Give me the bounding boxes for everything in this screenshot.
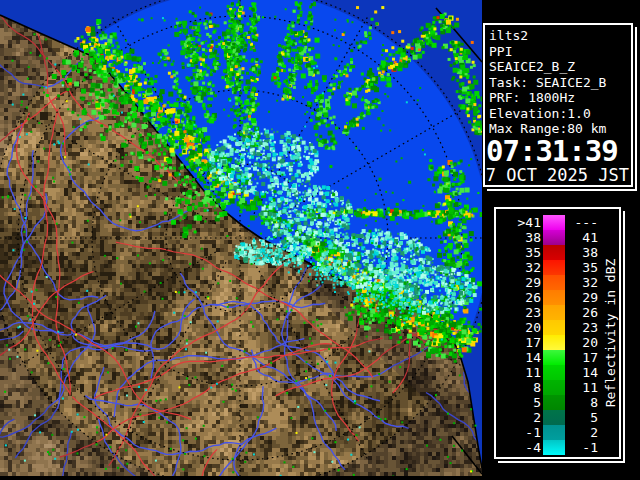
legend-color-swatch (543, 260, 565, 275)
legend-upper-bound: 38 (565, 245, 598, 260)
legend-upper-bound: 5 (565, 410, 598, 425)
clock-date: 7 OCT 2025 JST (485, 166, 631, 184)
legend-row: 58 (501, 395, 598, 410)
info-line: Task: SEAICE2_B (489, 75, 631, 91)
legend-row: 2932 (501, 275, 598, 290)
legend-upper-bound: -1 (565, 440, 598, 455)
legend-lower-bound: 8 (501, 380, 541, 395)
info-lines: ilts2PPISEAICE2_B_ZTask: SEAICE2_BPRF: 1… (485, 25, 631, 137)
legend-upper-bound: 32 (565, 275, 598, 290)
legend-lower-bound: 35 (501, 245, 541, 260)
radar-app-window: ilts2PPISEAICE2_B_ZTask: SEAICE2_BPRF: 1… (0, 0, 640, 480)
legend-row: 3538 (501, 245, 598, 260)
info-line: SEAICE2_B_Z (489, 59, 631, 75)
legend-lower-bound: 23 (501, 305, 541, 320)
legend-color-swatch (543, 365, 565, 380)
legend-color-swatch (543, 275, 565, 290)
legend-color-swatch (543, 440, 565, 455)
legend-color-swatch (543, 215, 565, 230)
legend-color-swatch (543, 425, 565, 440)
legend-upper-bound: 23 (565, 320, 598, 335)
legend-row: 3841 (501, 230, 598, 245)
legend-color-swatch (543, 320, 565, 335)
legend-upper-bound: 17 (565, 350, 598, 365)
legend-row: 3235 (501, 260, 598, 275)
legend-lower-bound: 29 (501, 275, 541, 290)
legend-lower-bound: >41 (501, 215, 541, 230)
legend-color-swatch (543, 395, 565, 410)
legend-row: 1417 (501, 350, 598, 365)
info-line: PPI (489, 44, 631, 60)
legend-upper-bound: 29 (565, 290, 598, 305)
legend-color-swatch (543, 305, 565, 320)
legend-color-swatch (543, 290, 565, 305)
legend-row: -4-1 (501, 440, 598, 455)
legend-rows: >41---3841353832352932262923262023172014… (501, 215, 598, 455)
legend-row: 25 (501, 410, 598, 425)
reflectivity-legend-panel: >41---3841353832352932262923262023172014… (494, 207, 621, 459)
legend-color-swatch (543, 335, 565, 350)
legend-lower-bound: 17 (501, 335, 541, 350)
legend-lower-bound: 2 (501, 410, 541, 425)
legend-row: 1114 (501, 365, 598, 380)
legend-lower-bound: 11 (501, 365, 541, 380)
legend-color-swatch (543, 245, 565, 260)
legend-color-swatch (543, 410, 565, 425)
legend-lower-bound: 32 (501, 260, 541, 275)
legend-color-swatch (543, 230, 565, 245)
legend-color-swatch (543, 350, 565, 365)
legend-upper-bound: 8 (565, 395, 598, 410)
legend-row: >41--- (501, 215, 598, 230)
legend-upper-bound: 26 (565, 305, 598, 320)
legend-upper-bound: 11 (565, 380, 598, 395)
info-panel: ilts2PPISEAICE2_B_ZTask: SEAICE2_BPRF: 1… (483, 23, 633, 187)
clock-time: 07:31:39 (485, 137, 631, 166)
legend-lower-bound: 20 (501, 320, 541, 335)
legend-upper-bound: 2 (565, 425, 598, 440)
legend-upper-bound: 14 (565, 365, 598, 380)
legend-row: 811 (501, 380, 598, 395)
legend-upper-bound: 35 (565, 260, 598, 275)
legend-lower-bound: 38 (501, 230, 541, 245)
legend-upper-bound: --- (565, 215, 598, 230)
legend-lower-bound: 14 (501, 350, 541, 365)
info-line: ilts2 (489, 28, 631, 44)
legend-upper-bound: 41 (565, 230, 598, 245)
legend-row: -12 (501, 425, 598, 440)
legend-lower-bound: 26 (501, 290, 541, 305)
legend-lower-bound: -1 (501, 425, 541, 440)
legend-lower-bound: 5 (501, 395, 541, 410)
legend-title: Reflectivity in dBZ (603, 259, 618, 408)
info-line: PRF: 1800Hz (489, 90, 631, 106)
legend-row: 2629 (501, 290, 598, 305)
legend-row: 2023 (501, 320, 598, 335)
legend-lower-bound: -4 (501, 440, 541, 455)
legend-color-swatch (543, 380, 565, 395)
legend-upper-bound: 20 (565, 335, 598, 350)
info-line: Elevation:1.0 (489, 106, 631, 122)
legend-row: 1720 (501, 335, 598, 350)
radar-ppi-display (0, 0, 482, 476)
legend-row: 2326 (501, 305, 598, 320)
